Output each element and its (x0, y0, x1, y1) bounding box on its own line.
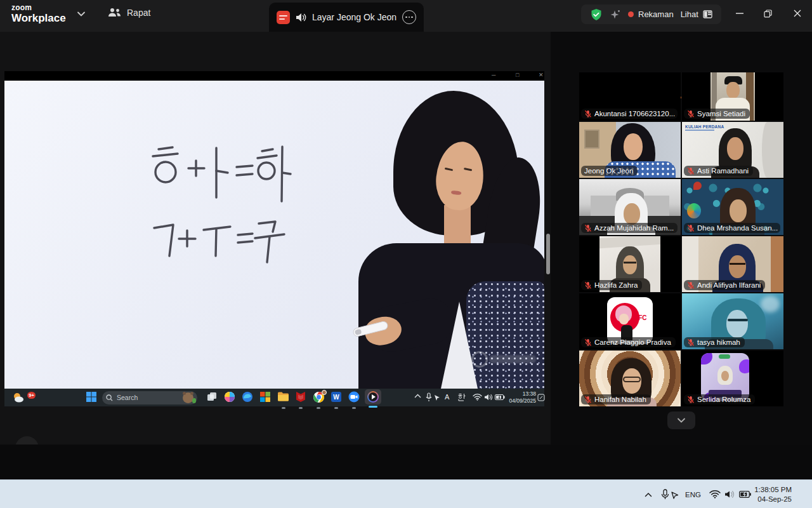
close-button[interactable] (790, 6, 805, 20)
tray-chevron-button[interactable] (645, 480, 652, 508)
recording-indicator[interactable]: Rekaman (628, 10, 674, 19)
layout-view-icon (703, 10, 712, 18)
muted-mic-icon (584, 396, 592, 403)
participant-tile[interactable]: tasya hikmah (682, 293, 783, 349)
participant-tile[interactable]: Hazlifa Zahra (579, 236, 681, 292)
korean-formula-line2 (149, 218, 287, 267)
recording-label: Rekaman (638, 10, 674, 19)
participant-tile[interactable]: KULIAH PERDANA Asti Ramadhani (682, 122, 783, 178)
language-indicator[interactable]: ENG (685, 480, 701, 508)
remote-search-placeholder: Search (117, 394, 138, 401)
battery-icon[interactable] (739, 480, 751, 508)
flower (693, 182, 702, 190)
muted-mic-icon (584, 338, 592, 346)
muted-mic-icon (687, 338, 695, 346)
wifi-icon[interactable] (709, 480, 721, 508)
muted-mic-icon (687, 224, 695, 232)
remote-close-icon: ✕ (539, 72, 544, 78)
system-time: 1:38:05 PM (751, 485, 792, 495)
glasses (623, 377, 641, 382)
participant-tile[interactable]: KFC Carenz Piaggio Pradiva (579, 293, 681, 349)
muted-mic-icon (584, 281, 592, 289)
shared-window-titlebar: ─ □ ✕ (4, 71, 544, 81)
participant-tile[interactable]: Azzah Mujahidah Ram... (579, 179, 681, 235)
meeting-status-pill: Rekaman Lihat (581, 4, 721, 24)
restore-button[interactable] (760, 6, 775, 20)
tab-options-button[interactable] (402, 10, 416, 24)
participant-tile[interactable]: Akuntansi 1706623120... (579, 72, 681, 121)
chevron-down-icon (677, 418, 686, 423)
remote-start-icon (86, 391, 98, 404)
volume-icon[interactable] (724, 480, 735, 508)
system-date: 04-Sep-25 (751, 495, 792, 504)
chrome-profile-avatar (322, 390, 327, 395)
participant-tile[interactable]: Dhea Mrshanda Susan... (682, 179, 783, 235)
shared-video-window: ─ □ ✕ (4, 71, 544, 406)
remote-edge-icon (242, 391, 254, 404)
workspace-dropdown-button[interactable] (77, 11, 86, 17)
security-shield-icon[interactable] (590, 8, 603, 21)
remote-media-player-icon (365, 389, 381, 404)
lesson-video (4, 81, 544, 389)
ai-sparkle-icon[interactable] (610, 9, 621, 20)
remote-time: 13:38 (504, 391, 536, 398)
view-button[interactable]: Lihat (681, 10, 712, 19)
face (727, 137, 743, 160)
view-label: Lihat (681, 10, 698, 19)
chevron-down-icon (77, 11, 86, 17)
face (726, 310, 748, 338)
muted-mic-icon (584, 110, 592, 117)
participant-name-label: Akuntansi 1706623120... (581, 109, 678, 119)
minimize-button[interactable] (732, 6, 747, 20)
korean-formula-line1 (150, 143, 295, 214)
participant-name-label: Hazlifa Zahra (581, 280, 642, 290)
remote-ime-korean (457, 393, 470, 406)
muted-mic-icon (584, 224, 592, 232)
remote-file-explorer-icon (277, 391, 290, 404)
remote-mcafee-icon (295, 391, 308, 404)
face (729, 255, 746, 278)
tab-shared-screen[interactable]: Layar Jeong Ok Jeon (269, 3, 424, 32)
participant-name-label: Syamsi Setiadi (684, 109, 750, 119)
participant-tile[interactable]: Hanifah Nabilah (579, 351, 681, 406)
participant-name-label: Asti Ramadhani (684, 166, 753, 176)
shared-screen-title: Layar Jeong Ok Jeon (312, 12, 396, 22)
tab-meeting[interactable]: Rapat (108, 8, 150, 18)
minimize-icon (736, 10, 743, 17)
glasses (730, 263, 745, 265)
video-watermark (471, 351, 488, 368)
video-watermark-text (489, 355, 536, 363)
face (624, 133, 643, 160)
system-clock[interactable]: 1:38:05 PM 04-Sep-25 (751, 485, 792, 504)
zoom-workplace-window: zoom Workplace Rapat Layar Jeong Ok Jeon (0, 0, 812, 508)
face (623, 255, 637, 274)
brand-zoom: zoom (11, 4, 66, 11)
remote-word-icon: W (331, 391, 343, 404)
panel-resize-handle[interactable] (546, 234, 550, 274)
participant-tile[interactable]: Syamsi Setiadi (682, 72, 783, 121)
participant-name-label: Dhea Mrshanda Susan... (684, 223, 780, 233)
participant-name-label: Hanifah Nabilah (581, 394, 651, 404)
close-icon (794, 10, 801, 17)
remote-taskbar: 9+ Search (4, 389, 544, 406)
remote-store-icon (259, 391, 272, 404)
scroll-more-participants-button[interactable] (667, 411, 695, 429)
remote-mic-cursor-icon (426, 392, 438, 405)
title-bar: zoom Workplace Rapat Layar Jeong Ok Jeon (0, 0, 812, 32)
meeting-toolbar: Audio Video 48 (0, 444, 812, 479)
participant-tile[interactable]: Andi Alifiyah Ilfarani (682, 236, 783, 292)
search-icon (106, 394, 113, 401)
os-taskbar: P X W 24 E (0, 479, 812, 508)
speaker-icon (296, 13, 306, 22)
participant-tile[interactable]: Serlida Rolumza (682, 351, 783, 406)
remote-clock: 13:38 04/09/2025 (504, 391, 536, 404)
remote-notification-badge: 9+ (27, 392, 36, 399)
participant-name-label: Azzah Mujahidah Ram... (581, 223, 678, 233)
remote-copilot-icon (224, 391, 237, 404)
tray-mic-cursor-icon[interactable] (661, 480, 680, 508)
muted-mic-icon (687, 396, 695, 403)
remote-pen-icon (537, 394, 545, 406)
remote-tray-chevron-icon (414, 394, 427, 406)
svg-text:W: W (333, 394, 339, 401)
participant-tile-active-speaker[interactable]: Jeong Ok Jeon (579, 122, 681, 178)
